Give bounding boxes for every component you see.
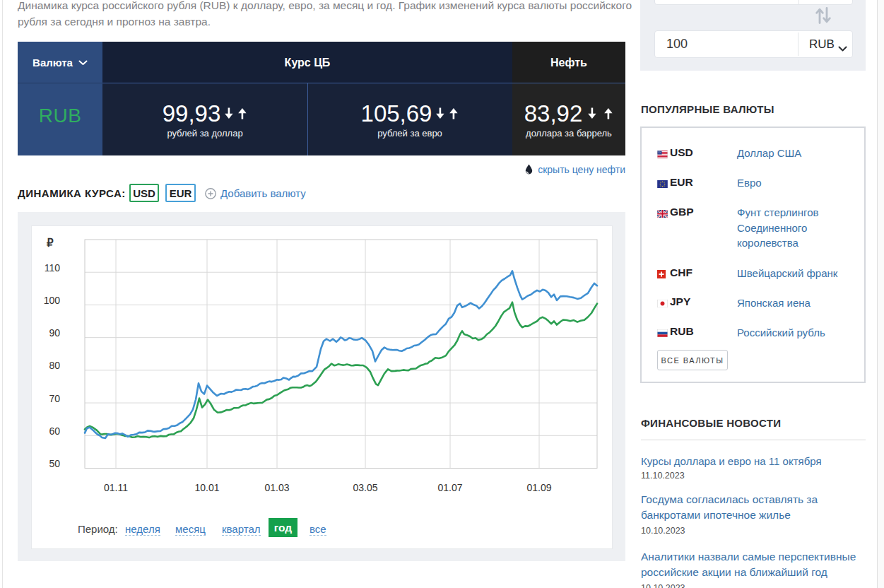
svg-text:10.01: 10.01 [194,482,219,493]
svg-text:01.07: 01.07 [437,482,462,493]
svg-text:01.03: 01.03 [264,482,289,493]
svg-text:80: 80 [49,360,60,371]
svg-text:70: 70 [49,393,60,404]
svg-text:01.09: 01.09 [526,482,551,493]
svg-text:03.05: 03.05 [353,482,377,493]
svg-text:110: 110 [45,262,61,274]
svg-text:100: 100 [44,295,61,306]
svg-text:50: 50 [49,458,60,469]
svg-text:01.11: 01.11 [104,482,128,493]
svg-text:90: 90 [49,327,60,339]
svg-text:60: 60 [49,425,60,437]
svg-text:₽: ₽ [47,237,54,249]
